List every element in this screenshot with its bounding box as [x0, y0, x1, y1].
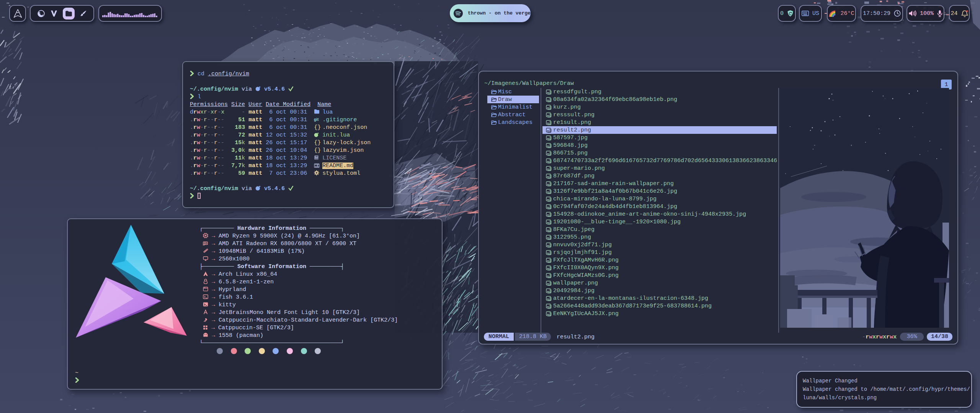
- svg-text:git: git: [314, 117, 319, 122]
